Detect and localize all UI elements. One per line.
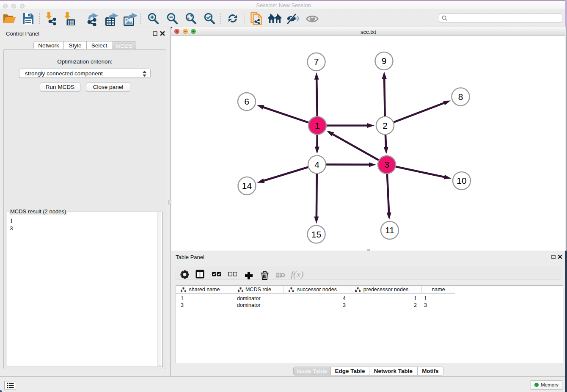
svg-text:10: 10 [457,176,466,185]
svg-text:7: 7 [314,57,319,66]
svg-text:9: 9 [382,56,387,66]
svg-text:1: 1 [315,121,320,130]
svg-text:2: 2 [383,121,388,130]
svg-text:6: 6 [244,97,249,106]
svg-text:8: 8 [458,92,463,102]
svg-text:3: 3 [384,160,389,169]
svg-text:11: 11 [385,225,394,235]
svg-text:4: 4 [314,160,319,169]
svg-text:14: 14 [242,181,252,190]
svg-text:15: 15 [311,229,321,239]
